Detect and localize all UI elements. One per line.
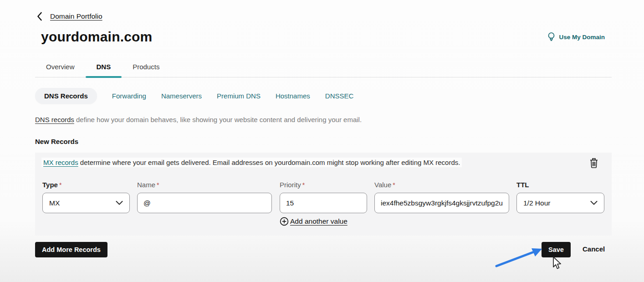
required-asterisk: * bbox=[157, 181, 159, 189]
add-another-value-button[interactable]: Add another value bbox=[280, 217, 348, 226]
value-label: Value* bbox=[374, 181, 509, 189]
dns-subtabs: DNS Records Forwarding Nameservers Premi… bbox=[35, 88, 353, 104]
trash-icon bbox=[589, 158, 599, 169]
dns-records-link[interactable]: DNS records bbox=[35, 116, 74, 123]
mx-notice: MX records determine where your email ge… bbox=[41, 158, 462, 167]
type-select[interactable]: MX bbox=[42, 193, 130, 213]
back-chevron-icon[interactable] bbox=[36, 12, 43, 21]
new-records-heading: New Records bbox=[35, 138, 78, 145]
required-asterisk: * bbox=[302, 181, 305, 189]
cursor-pointer-icon bbox=[551, 256, 562, 272]
use-my-domain-label: Use My Domain bbox=[559, 34, 605, 41]
priority-label: Priority* bbox=[280, 181, 367, 189]
tab-dns[interactable]: DNS bbox=[86, 58, 122, 77]
chevron-down-icon bbox=[590, 201, 598, 205]
ttl-select-value: 1/2 Hour bbox=[523, 199, 550, 207]
cancel-button[interactable]: Cancel bbox=[583, 245, 605, 253]
subtab-dnssec[interactable]: DNSSEC bbox=[325, 88, 354, 104]
lightbulb-icon bbox=[547, 32, 555, 42]
domain-portfolio-link[interactable]: Domain Portfolio bbox=[50, 12, 102, 21]
use-my-domain-button[interactable]: Use My Domain bbox=[547, 32, 605, 42]
annotation-arrow bbox=[474, 242, 551, 273]
field-priority: Priority* bbox=[280, 181, 367, 213]
breadcrumb: Domain Portfolio bbox=[36, 12, 102, 21]
dns-intro-text: DNS records define how your domain behav… bbox=[35, 116, 362, 123]
field-value: Value* bbox=[374, 181, 509, 213]
tab-overview[interactable]: Overview bbox=[35, 58, 86, 77]
type-select-value: MX bbox=[49, 199, 60, 207]
delete-record-button[interactable] bbox=[588, 158, 600, 169]
name-label: Name* bbox=[137, 181, 272, 189]
ttl-select[interactable]: 1/2 Hour bbox=[516, 193, 604, 213]
subtab-premium-dns[interactable]: Premium DNS bbox=[217, 88, 261, 104]
dns-management-page: Domain Portfolio yourdomain.com Use My D… bbox=[0, 0, 644, 282]
type-label: Type* bbox=[42, 181, 130, 189]
add-more-records-button[interactable]: Add More Records bbox=[35, 242, 107, 257]
ttl-label: TTL bbox=[516, 181, 604, 189]
main-tabbar: Overview DNS Products bbox=[35, 58, 612, 77]
subtab-dns-records[interactable]: DNS Records bbox=[35, 88, 97, 104]
field-ttl: TTL 1/2 Hour bbox=[516, 181, 604, 213]
name-input[interactable] bbox=[137, 193, 272, 213]
add-another-value-label: Add another value bbox=[290, 217, 348, 226]
page-title: yourdomain.com bbox=[41, 29, 153, 45]
required-asterisk: * bbox=[393, 181, 395, 189]
plus-circle-icon bbox=[280, 217, 289, 226]
mx-record-card: MX records determine where your email ge… bbox=[35, 153, 612, 236]
value-input[interactable] bbox=[374, 193, 509, 213]
save-button[interactable]: Save bbox=[542, 242, 571, 257]
field-type: Type* MX bbox=[42, 181, 130, 213]
priority-input[interactable] bbox=[280, 193, 367, 213]
mx-records-link[interactable]: MX records bbox=[43, 159, 78, 166]
required-asterisk: * bbox=[59, 181, 61, 189]
tab-products[interactable]: Products bbox=[122, 58, 170, 77]
subtab-nameservers[interactable]: Nameservers bbox=[161, 88, 202, 104]
mx-notice-rest: determine where your email gets delivere… bbox=[78, 159, 460, 166]
dns-intro-rest: define how your domain behaves, like sho… bbox=[74, 116, 362, 123]
subtab-forwarding[interactable]: Forwarding bbox=[112, 88, 146, 104]
chevron-down-icon bbox=[116, 201, 123, 205]
subtab-hostnames[interactable]: Hostnames bbox=[276, 88, 310, 104]
field-name: Name* bbox=[137, 181, 272, 213]
